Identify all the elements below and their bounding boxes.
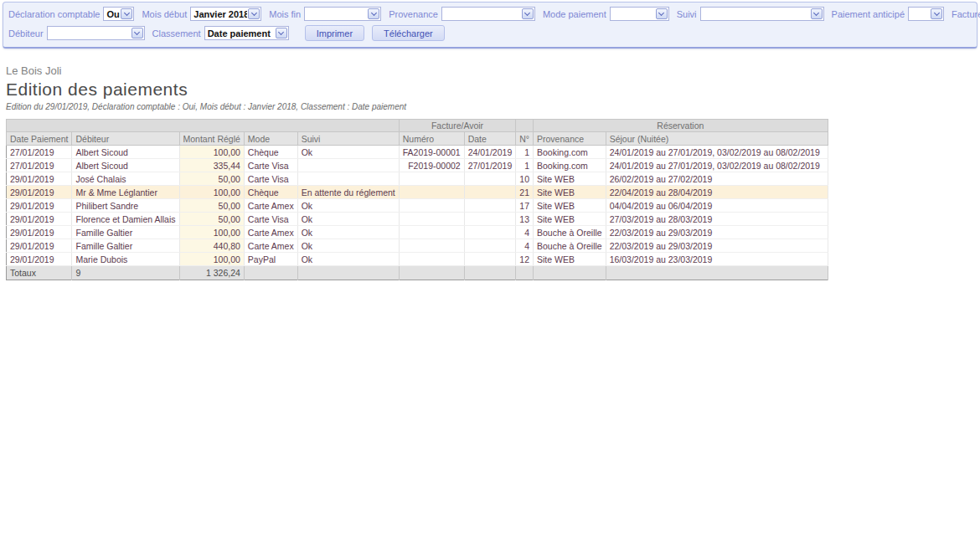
totals-label: Totaux <box>7 266 72 280</box>
column-header: Provenance <box>534 132 606 146</box>
cell: Ok <box>297 146 399 159</box>
cell: 29/01/2019 <box>7 172 72 186</box>
filter-label-paiement-anticipe: Paiement anticipé <box>832 9 905 19</box>
cell: 1 <box>516 146 534 159</box>
totals-empty-cell <box>464 266 516 280</box>
table-row: 27/01/2019Albert Sicoud335,44Carte VisaF… <box>7 159 828 172</box>
cell <box>464 186 516 199</box>
table-row: 29/01/2019Marie Dubois100,00PayPalOk12Si… <box>7 253 828 266</box>
cell <box>464 239 516 253</box>
cell: 21 <box>516 186 534 199</box>
cell <box>464 199 516 213</box>
table-row: 29/01/2019José Chalais50,00Carte Visa10S… <box>7 172 828 186</box>
classement-selected-value: Date paiement <box>208 28 271 38</box>
column-header: Date <box>464 132 516 146</box>
filter-row-1: Déclaration comptableOuiMois débutJanvie… <box>8 7 972 21</box>
cell: 335,44 <box>179 159 244 172</box>
totals-empty-cell <box>399 266 464 280</box>
group-header-facture-avoir: Facture/Avoir <box>399 120 515 132</box>
cell: F2019-00002 <box>399 159 464 172</box>
cell: 27/01/2019 <box>7 159 72 172</box>
cell: 10 <box>516 172 534 186</box>
totals-empty-cell <box>244 266 297 280</box>
cell: Ok <box>297 253 399 266</box>
cell: Carte Visa <box>244 213 297 226</box>
cell: 26/02/2019 au 27/02/2019 <box>606 172 828 186</box>
cell: FA2019-00001 <box>399 146 464 159</box>
cell: 100,00 <box>179 253 244 266</box>
cell: 29/01/2019 <box>7 253 72 266</box>
filter-label-debiteur: Débiteur <box>8 28 44 38</box>
cell <box>464 253 516 266</box>
classement-select[interactable]: Date paiement <box>204 26 289 40</box>
paiement-anticipe-select[interactable] <box>908 7 944 21</box>
report-subtitle: Edition du 29/01/2019, Déclaration compt… <box>6 102 980 111</box>
filter-mois-debut: Mois débutJanvier 2018 <box>142 7 261 21</box>
chevron-down-icon[interactable] <box>248 8 260 19</box>
cell <box>297 172 399 186</box>
debiteur-select[interactable] <box>47 26 145 40</box>
mois-fin-select[interactable] <box>304 7 381 21</box>
cell: 13 <box>516 213 534 226</box>
cell: 440,80 <box>179 239 244 253</box>
cell: Carte Amex <box>244 199 297 213</box>
cell: Site WEB <box>534 253 606 266</box>
provenance-select[interactable] <box>441 7 535 21</box>
cell: 4 <box>516 226 534 239</box>
cell: Booking.com <box>534 146 606 159</box>
cell: 100,00 <box>179 146 244 159</box>
cell: 100,00 <box>179 186 244 199</box>
mois-debut-select[interactable]: Janvier 2018 <box>190 7 261 21</box>
column-header-row: Date PaiementDébiteurMontant RégléModeSu… <box>7 132 828 146</box>
cell: 100,00 <box>179 226 244 239</box>
chevron-down-icon[interactable] <box>276 28 287 38</box>
cell: Famille Galtier <box>72 239 179 253</box>
column-header: Débiteur <box>72 132 179 146</box>
cell: Carte Visa <box>244 172 297 186</box>
cell <box>464 172 516 186</box>
cell: 22/03/2019 au 29/03/2019 <box>606 239 828 253</box>
chevron-down-icon[interactable] <box>121 8 132 19</box>
chevron-down-icon[interactable] <box>931 8 942 19</box>
cell: Famille Galtier <box>72 226 179 239</box>
cell: En attente du réglement <box>297 186 399 199</box>
company-name: Le Bois Joli <box>6 64 980 77</box>
column-header: Séjour (Nuitée) <box>606 132 828 146</box>
column-header: Mode <box>244 132 297 146</box>
payments-table: Facture/AvoirRéservation Date PaiementDé… <box>6 119 828 280</box>
group-header-r-servation: Réservation <box>534 120 828 132</box>
cell <box>399 213 464 226</box>
mois-debut-selected-value: Janvier 2018 <box>193 9 247 19</box>
cell: Site WEB <box>534 213 606 226</box>
declaration-comptable-selected-value: Oui <box>106 9 120 19</box>
chevron-down-icon[interactable] <box>656 8 668 19</box>
imprimer-button[interactable]: Imprimer <box>305 25 364 41</box>
cell: 50,00 <box>179 172 244 186</box>
cell: 50,00 <box>179 199 244 213</box>
totals-empty-cell <box>606 266 828 280</box>
chevron-down-icon[interactable] <box>811 8 823 19</box>
totals-count: 9 <box>72 266 179 280</box>
cell: José Chalais <box>72 172 179 186</box>
declaration-comptable-select[interactable]: Oui <box>103 7 134 21</box>
cell: Philibert Sandre <box>72 199 179 213</box>
cell: 24/01/2019 au 27/01/2019, 03/02/2019 au … <box>606 159 828 172</box>
filter-classement: ClassementDate paiement <box>152 26 289 40</box>
filter-paiement-anticipe: Paiement anticipé <box>832 7 944 21</box>
cell: 04/04/2019 au 06/04/2019 <box>606 199 828 213</box>
telecharger-button[interactable]: Télécharger <box>372 25 445 41</box>
cell <box>399 172 464 186</box>
suivi-select[interactable] <box>700 7 824 21</box>
column-header: Suivi <box>297 132 399 146</box>
cell: Chèque <box>244 186 297 199</box>
cell: 12 <box>516 253 534 266</box>
chevron-down-icon[interactable] <box>368 8 379 19</box>
chevron-down-icon[interactable] <box>522 8 534 19</box>
cell <box>464 226 516 239</box>
column-header: Montant Réglé <box>179 132 244 146</box>
chevron-down-icon[interactable] <box>132 28 143 38</box>
filter-label-declaration-comptable: Déclaration comptable <box>8 9 100 19</box>
cell: Carte Amex <box>244 239 297 253</box>
cell: Ok <box>297 226 399 239</box>
mode-paiement-select[interactable] <box>610 7 669 21</box>
